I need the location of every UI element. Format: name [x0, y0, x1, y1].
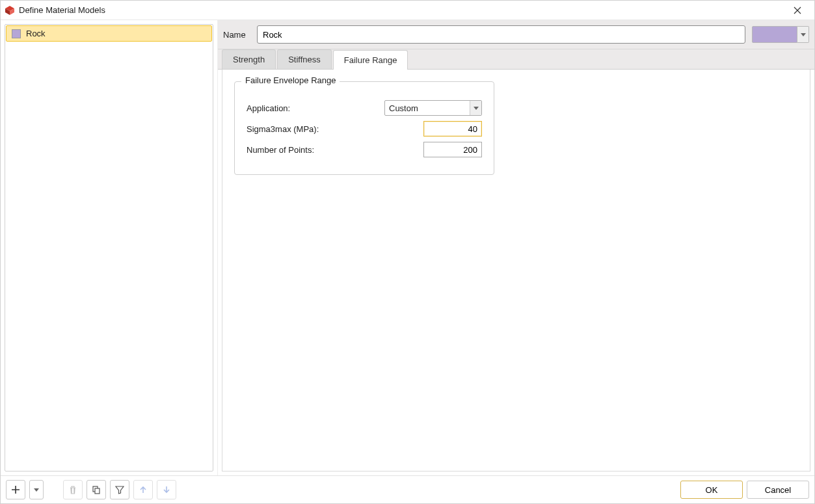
- color-dropdown-button[interactable]: [797, 26, 809, 43]
- row-numpoints: Number of Points:: [247, 142, 482, 157]
- name-bar: Name: [218, 20, 814, 49]
- application-label: Application:: [247, 103, 377, 113]
- material-color-swatch: [12, 29, 21, 38]
- move-up-button[interactable]: [133, 480, 153, 499]
- row-sigma3max: Sigma3max (MPa):: [247, 121, 482, 137]
- tab-label: Strength: [233, 55, 265, 64]
- copy-icon: [92, 485, 101, 494]
- material-name-label: Rock: [26, 29, 46, 38]
- sigma3max-label: Sigma3max (MPa):: [247, 124, 377, 134]
- editor-panel: Name Strength Stiffness Failure Range: [218, 20, 814, 475]
- color-swatch[interactable]: [752, 26, 797, 43]
- close-icon: [794, 7, 801, 14]
- window-title: Define Material Models: [19, 5, 105, 15]
- add-icon: [11, 485, 20, 494]
- delete-material-button[interactable]: [63, 480, 83, 499]
- move-down-button[interactable]: [157, 480, 176, 499]
- material-list-panel: Rock: [1, 20, 218, 475]
- tab-label: Failure Range: [344, 55, 397, 65]
- chevron-down-icon: [801, 33, 806, 36]
- copy-material-button[interactable]: [87, 480, 106, 499]
- tab-content-failure-range: Failure Envelope Range Application: Cust…: [222, 70, 810, 471]
- application-value: Custom: [385, 103, 470, 113]
- move-up-icon: [139, 485, 148, 494]
- cancel-button-label: Cancel: [765, 485, 791, 495]
- cancel-button[interactable]: Cancel: [747, 481, 809, 499]
- tab-stiffness[interactable]: Stiffness: [277, 49, 332, 69]
- dialog-footer: OK Cancel: [1, 475, 814, 503]
- material-list-item[interactable]: Rock: [6, 25, 212, 42]
- add-material-button[interactable]: [6, 480, 25, 499]
- window-close-button[interactable]: [784, 1, 810, 20]
- chevron-down-icon: [34, 488, 39, 492]
- ok-button[interactable]: OK: [680, 481, 743, 499]
- numpoints-input[interactable]: [423, 142, 482, 157]
- sigma3max-input[interactable]: [423, 121, 482, 137]
- move-down-icon: [162, 485, 171, 494]
- application-select[interactable]: Custom: [384, 100, 482, 116]
- chevron-down-icon: [474, 107, 479, 110]
- dialog-window: Define Material Models Rock Name: [0, 0, 815, 504]
- name-field-label: Name: [223, 30, 250, 40]
- filter-icon: [115, 485, 124, 494]
- application-dropdown-button[interactable]: [470, 101, 481, 115]
- app-cube-icon: [5, 5, 15, 16]
- name-input[interactable]: [257, 25, 745, 44]
- tab-label: Stiffness: [288, 55, 321, 64]
- svg-rect-4: [95, 488, 100, 494]
- tab-strength[interactable]: Strength: [222, 49, 276, 69]
- row-application: Application: Custom: [247, 100, 482, 116]
- delete-icon: [68, 485, 77, 494]
- failure-envelope-range-group: Failure Envelope Range Application: Cust…: [234, 81, 494, 175]
- group-title: Failure Envelope Range: [241, 75, 340, 85]
- filter-materials-button[interactable]: [110, 480, 129, 499]
- numpoints-label: Number of Points:: [247, 145, 377, 155]
- tab-row: Strength Stiffness Failure Range: [218, 49, 814, 70]
- color-picker[interactable]: [752, 26, 809, 43]
- titlebar: Define Material Models: [1, 1, 814, 20]
- tab-failure-range[interactable]: Failure Range: [333, 50, 408, 70]
- add-material-dropdown[interactable]: [29, 480, 44, 499]
- material-list[interactable]: Rock: [5, 24, 213, 471]
- dialog-body: Rock Name Strength: [1, 20, 814, 475]
- ok-button-label: OK: [706, 485, 718, 495]
